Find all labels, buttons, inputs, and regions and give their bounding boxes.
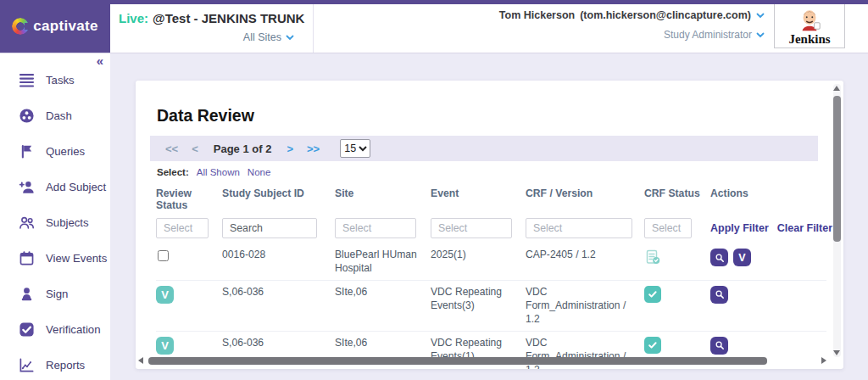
page-size-select[interactable]: 15 xyxy=(340,139,370,158)
logo-text: captivate xyxy=(33,18,97,35)
horizontal-scrollbar[interactable] xyxy=(138,357,826,365)
subject-id-cell: 0016-028 xyxy=(222,249,335,262)
column-header-review-status[interactable]: Review Status xyxy=(156,187,222,211)
event-cell: VDC Repeating Events(3) xyxy=(431,286,526,313)
horizontal-scrollbar-thumb[interactable] xyxy=(148,357,767,365)
captivate-logo-icon xyxy=(12,18,29,35)
check-badge-icon xyxy=(644,286,661,303)
column-header-actions[interactable]: Actions xyxy=(710,187,821,211)
clipboard-check-icon xyxy=(644,249,661,265)
sidebar-item-dash[interactable]: Dash xyxy=(0,98,110,133)
view-icon[interactable] xyxy=(710,337,728,355)
verify-icon[interactable]: V xyxy=(733,249,751,266)
sidebar-item-reports[interactable]: Reports xyxy=(0,347,110,380)
sidebar-item-subjects[interactable]: Subjects xyxy=(0,204,110,240)
column-header-study-subject-id[interactable]: Study Subject ID xyxy=(222,187,335,211)
column-header-event[interactable]: Event xyxy=(431,187,526,211)
reports-icon xyxy=(18,356,35,373)
sidebar-item-label: Subjects xyxy=(46,216,89,229)
view-icon[interactable] xyxy=(710,286,728,304)
crf-version-filter-input[interactable] xyxy=(526,218,632,238)
scroll-up-icon[interactable] xyxy=(833,86,840,91)
scroll-right-icon[interactable] xyxy=(821,357,826,364)
pagination-last-button[interactable]: >> xyxy=(307,142,320,155)
user-name: Tom Hickerson xyxy=(499,9,575,21)
pagination-first-button[interactable]: << xyxy=(165,142,178,155)
actions-cell xyxy=(710,286,821,304)
pagination-next-button[interactable]: > xyxy=(287,142,293,155)
actions-cell: V xyxy=(710,249,821,266)
event-cell: 2025(1) xyxy=(431,249,526,262)
crf-version-cell: CAP-2405 / 1.2 xyxy=(526,249,644,262)
study-dropdown[interactable]: Live: @Test - JENKINS TRUNK xyxy=(119,11,303,25)
site-cell: BluePearl HUman Hospital xyxy=(335,249,431,276)
view-icon[interactable] xyxy=(710,249,728,266)
sidebar-item-view-events[interactable]: View Events xyxy=(0,240,110,276)
page-title: Data Review xyxy=(157,106,826,126)
sidebar-item-queries[interactable]: Queries xyxy=(0,133,110,169)
env-label: Live: xyxy=(119,11,148,25)
sites-dropdown[interactable]: All Sites xyxy=(119,31,303,43)
role-dropdown[interactable]: Study Administrator xyxy=(499,29,765,41)
user-section: Tom Hickerson (tom.hickerson@clincapture… xyxy=(499,9,765,41)
user-role: Study Administrator xyxy=(664,29,752,41)
subject-id-cell: S,06-036 xyxy=(222,337,335,350)
sidebar-item-label: Queries xyxy=(46,145,85,158)
chevron-down-icon xyxy=(756,13,765,19)
view-events-icon xyxy=(18,249,35,266)
user-dropdown[interactable]: Tom Hickerson (tom.hickerson@clincapture… xyxy=(499,9,765,21)
user-email: (tom.hickerson@clincapture.com) xyxy=(580,9,751,21)
pagination-prev-button[interactable]: < xyxy=(192,142,198,155)
scroll-down-icon[interactable] xyxy=(833,350,840,355)
sidebar-item-tasks[interactable]: Tasks xyxy=(0,62,110,98)
top-accent-strip xyxy=(0,0,868,4)
verification-icon xyxy=(18,321,35,338)
crf-status-filter-input[interactable] xyxy=(644,218,692,238)
sidebar-item-label: Reports xyxy=(46,359,85,372)
sidebar-item-label: View Events xyxy=(46,252,107,265)
select-label: Select: xyxy=(157,167,189,177)
tasks-icon xyxy=(18,71,35,88)
sidebar-item-label: Tasks xyxy=(46,74,75,87)
sidebar-item-label: Add Subject xyxy=(46,181,106,193)
event-filter-input[interactable] xyxy=(431,218,512,238)
sidebar-item-verification[interactable]: Verification xyxy=(0,311,110,347)
sign-icon xyxy=(18,285,35,302)
clear-filter-button[interactable]: Clear Filter xyxy=(777,222,832,234)
jenkins-logo: Jenkins xyxy=(774,3,845,48)
jenkins-label: Jenkins xyxy=(788,33,830,46)
site-cell: SIte,06 xyxy=(335,337,431,350)
site-filter-input[interactable] xyxy=(335,218,416,238)
scroll-left-icon[interactable] xyxy=(138,357,143,364)
row-select-checkbox[interactable] xyxy=(158,250,169,261)
column-header-crf-version[interactable]: CRF / Version xyxy=(526,187,644,211)
add-subject-icon xyxy=(18,178,35,195)
dash-icon xyxy=(18,107,35,124)
table-header-row: Review Status Study Subject ID Site Even… xyxy=(156,184,826,213)
sidebar-item-add-subject[interactable]: Add Subject xyxy=(0,169,110,204)
sidebar: « Tasks Dash Queries Add Subject xyxy=(0,53,110,380)
select-none-link[interactable]: None xyxy=(248,167,271,177)
column-header-site[interactable]: Site xyxy=(335,187,431,211)
verified-badge: V xyxy=(156,286,174,304)
column-header-crf-status[interactable]: CRF Status xyxy=(644,187,710,211)
collapse-sidebar-icon[interactable]: « xyxy=(97,53,103,68)
sidebar-item-label: Dash xyxy=(46,109,72,122)
table-row: V S,06-036 SIte,06 VDC Repeating Events(… xyxy=(156,281,826,332)
sidebar-item-label: Verification xyxy=(46,323,101,336)
sidebar-item-sign[interactable]: Sign xyxy=(0,276,110,311)
pagination-bar: << < Page 1 of 2 > >> 15 xyxy=(150,136,818,161)
study-subject-id-filter-input[interactable] xyxy=(222,218,317,238)
crf-version-cell: VDC Form_Administration / 1.2 xyxy=(526,286,644,327)
table-filter-row: Apply Filter Clear Filter xyxy=(156,218,826,238)
queries-icon xyxy=(18,142,35,159)
vertical-scrollbar-thumb[interactable] xyxy=(833,96,841,242)
apply-filter-button[interactable]: Apply Filter xyxy=(710,222,769,234)
select-all-shown-link[interactable]: All Shown xyxy=(197,167,240,177)
pagination-label: Page 1 of 2 xyxy=(214,142,272,155)
verified-badge: V xyxy=(156,337,174,355)
subject-id-cell: S,06-036 xyxy=(222,286,335,299)
review-status-filter-input[interactable] xyxy=(156,218,209,238)
vertical-scrollbar[interactable] xyxy=(832,84,842,357)
actions-cell xyxy=(710,337,821,355)
